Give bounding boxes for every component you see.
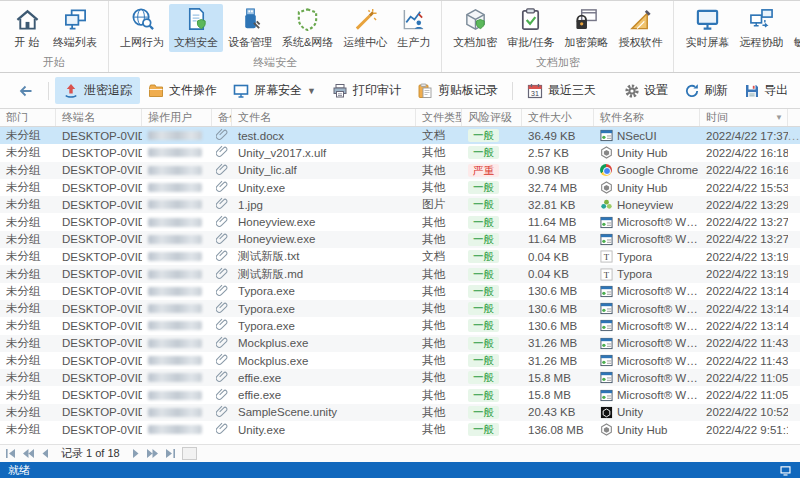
table-row[interactable]: 未分组DESKTOP-0VIDMDJTypora.exe其他一般130.6 MB… xyxy=(0,283,800,300)
column-header-备份[interactable]: 备份 xyxy=(212,109,232,126)
cell-filesize: 31.26 MB xyxy=(522,335,594,352)
table-row[interactable]: 未分组DESKTOP-0VIDMDJtest.docx文档一般36.49 KBN… xyxy=(0,127,800,144)
software-entry: Microsoft® Windows® Oper... xyxy=(600,233,700,246)
cell-filesize: 31.26 MB xyxy=(522,352,594,369)
pager-fast-prev-button[interactable] xyxy=(21,447,36,461)
ribbon-item-系统&网络[interactable]: 系统&网络 xyxy=(277,4,338,52)
pager-last-button[interactable] xyxy=(162,447,177,461)
column-header-终端名[interactable]: 终端名 xyxy=(56,109,142,126)
cell-department: 未分组 xyxy=(0,300,56,317)
ribbon-item-敏感内容扫描[interactable]: 敏感内容扫描 xyxy=(788,4,800,52)
table-row[interactable]: 未分组DESKTOP-0VIDMDJ1.jpg图片一般32.81 KBHoney… xyxy=(0,196,800,213)
exe-soft-icon xyxy=(600,216,613,229)
table-row[interactable]: 未分组DESKTOP-0VIDMDJUnity.exe其他一般32.74 MBU… xyxy=(0,179,800,196)
toolbar-button-剪贴板记录[interactable]: 剪贴板记录 xyxy=(409,77,506,104)
paperclip-icon xyxy=(216,405,229,420)
cell-risk: 一般 xyxy=(462,265,522,282)
column-header-软件名称[interactable]: 软件名称 xyxy=(594,109,700,126)
cell-filename: SampleScene.unity xyxy=(232,404,416,421)
ribbon-item-设备管理[interactable]: 设备管理 xyxy=(223,4,277,52)
pager-prev-button[interactable] xyxy=(38,447,53,461)
ribbon-item-终端列表[interactable]: 终端列表 xyxy=(48,4,102,52)
table-row[interactable]: 未分组DESKTOP-0VIDMDJMockplus.exe其他一般31.26 … xyxy=(0,335,800,352)
cell-department: 未分组 xyxy=(0,421,56,438)
software-name: Microsoft® Windows® Oper... xyxy=(617,216,700,228)
table-row[interactable]: 未分组DESKTOP-0VIDMDJHoneyview.exe其他一般11.64… xyxy=(0,213,800,230)
ribbon-item-授权软件[interactable]: 授权软件 xyxy=(613,4,667,52)
table-row[interactable]: 未分组DESKTOP-0VIDMDJHoneyview.exe其他一般11.64… xyxy=(0,231,800,248)
cell-more[interactable]: ... xyxy=(788,127,800,144)
table-row[interactable]: 未分组DESKTOP-0VIDMDJTypora.exe其他一般130.6 MB… xyxy=(0,317,800,334)
toolbar-button-泄密追踪[interactable]: 泄密追踪 xyxy=(55,77,140,104)
back-arrow-icon xyxy=(18,83,34,99)
operator-redacted xyxy=(148,200,202,209)
cell-software: Google Chrome xyxy=(594,162,700,179)
status-bar: 就绪 xyxy=(0,462,800,478)
ribbon-item-文档安全[interactable]: 文档安全 xyxy=(169,4,223,52)
table-row[interactable]: 未分组DESKTOP-0VIDMDJTypora.exe其他一般130.6 MB… xyxy=(0,300,800,317)
back-button[interactable] xyxy=(10,79,42,103)
encrypt-policy-icon xyxy=(574,7,599,32)
ribbon-item-加密策略[interactable]: 加密策略 xyxy=(559,4,613,52)
cell-filesize: 130.6 MB xyxy=(522,300,594,317)
doc-encrypt-icon xyxy=(463,7,488,32)
paperclip-icon xyxy=(216,318,229,333)
pager-next-button[interactable] xyxy=(128,447,143,461)
cell-time: 2022/4/22 9:51:17 xyxy=(700,421,788,438)
cell-backup xyxy=(212,335,232,352)
ribbon-item-实时屏幕[interactable]: 实时屏幕 xyxy=(680,4,734,52)
operator-redacted xyxy=(148,148,202,157)
ribbon-item-上网行为[interactable]: 上网行为 xyxy=(115,4,169,52)
table-row[interactable]: 未分组DESKTOP-0VIDMDJUnity.exe其他一般136.08 MB… xyxy=(0,421,800,438)
toolbar-button-最近三天[interactable]: 31最近三天 xyxy=(519,77,604,104)
ribbon-item-运维中心[interactable]: 运维中心 xyxy=(338,4,392,52)
sub-toolbar: 泄密追踪文件操作屏幕安全▼打印审计剪贴板记录31最近三天 设置刷新导出 xyxy=(0,73,800,109)
column-header-文件大小[interactable]: 文件大小 xyxy=(522,109,594,126)
column-header-时间[interactable]: 时间▼ xyxy=(700,109,788,126)
cell-time: 2022/4/22 10:52:31 xyxy=(700,404,788,421)
row-more-button[interactable]: ... xyxy=(788,130,800,142)
column-header-部门[interactable]: 部门 xyxy=(0,109,56,126)
pager-first-button[interactable] xyxy=(4,447,19,461)
cell-time: 2022/4/22 17:37:18 xyxy=(700,127,788,144)
column-header-文件名[interactable]: 文件名 xyxy=(232,109,416,126)
column-header-label: 备份 xyxy=(218,109,232,126)
toolbar-button-屏幕安全[interactable]: 屏幕安全▼ xyxy=(225,77,324,104)
unityhub-soft-icon xyxy=(600,146,613,159)
software-entry: Microsoft® Windows® Oper... xyxy=(600,337,700,350)
toolbar-button-label: 剪贴板记录 xyxy=(438,82,498,99)
cell-terminal-name: DESKTOP-0VIDMDJ xyxy=(56,265,142,282)
table-row[interactable]: 未分组DESKTOP-0VIDMDJeffie.exe其他一般15.8 MBMi… xyxy=(0,369,800,386)
risk-badge: 一般 xyxy=(468,302,499,315)
pager-fast-next-button[interactable] xyxy=(145,447,160,461)
toolbar-divider xyxy=(512,82,513,100)
column-header-风险评级[interactable]: 风险评级 xyxy=(462,109,522,126)
column-header-操作用户[interactable]: 操作用户 xyxy=(142,109,212,126)
cell-risk: 一般 xyxy=(462,248,522,265)
column-header-文件类型[interactable]: 文件类型 xyxy=(416,109,462,126)
operator-redacted xyxy=(148,321,202,330)
pager-extra-button[interactable] xyxy=(182,447,197,460)
ribbon-item-审批/任务[interactable]: 审批/任务 xyxy=(502,4,559,52)
table-row[interactable]: 未分组DESKTOP-0VIDMDJUnity_lic.alf其他严重0.98 … xyxy=(0,162,800,179)
table-body: 未分组DESKTOP-0VIDMDJtest.docx文档一般36.49 KBN… xyxy=(0,127,800,444)
ribbon-item-远程协助[interactable]: 远程协助 xyxy=(734,4,788,52)
toolbar-button-打印审计[interactable]: 打印审计 xyxy=(324,77,409,104)
toolbar-button-导出[interactable]: 导出 xyxy=(742,78,790,103)
table-row[interactable]: 未分组DESKTOP-0VIDMDJeffie.exe其他一般15.8 MBMi… xyxy=(0,386,800,403)
table-row[interactable]: 未分组DESKTOP-0VIDMDJ测试新版.md其他一般0.04 KBTTyp… xyxy=(0,265,800,282)
ribbon-item-生产力[interactable]: 生产力 xyxy=(392,4,435,52)
ribbon-item-label: 审批/任务 xyxy=(507,35,554,50)
software-entry: TTypora xyxy=(600,250,652,263)
toolbar-button-刷新[interactable]: 刷新 xyxy=(682,78,730,103)
toolbar-button-设置[interactable]: 设置 xyxy=(622,78,670,103)
table-row[interactable]: 未分组DESKTOP-0VIDMDJUnity_v2017.x.ulf其他一般2… xyxy=(0,144,800,161)
ribbon-item-文档加密[interactable]: 文档加密 xyxy=(448,4,502,52)
toolbar-button-文件操作[interactable]: 文件操作 xyxy=(140,77,225,104)
table-row[interactable]: 未分组DESKTOP-0VIDMDJ测试新版.txt文档一般0.04 KBTTy… xyxy=(0,248,800,265)
table-row[interactable]: 未分组DESKTOP-0VIDMDJSampleScene.unity其他一般2… xyxy=(0,404,800,421)
table-row[interactable]: 未分组DESKTOP-0VIDMDJMockplus.exe其他一般31.26 … xyxy=(0,352,800,369)
ribbon-item-开始[interactable]: 开 始 xyxy=(6,4,48,52)
software-entry: Microsoft® Windows® Oper... xyxy=(600,216,700,229)
statusbar-monitor-icon[interactable] xyxy=(779,464,792,477)
